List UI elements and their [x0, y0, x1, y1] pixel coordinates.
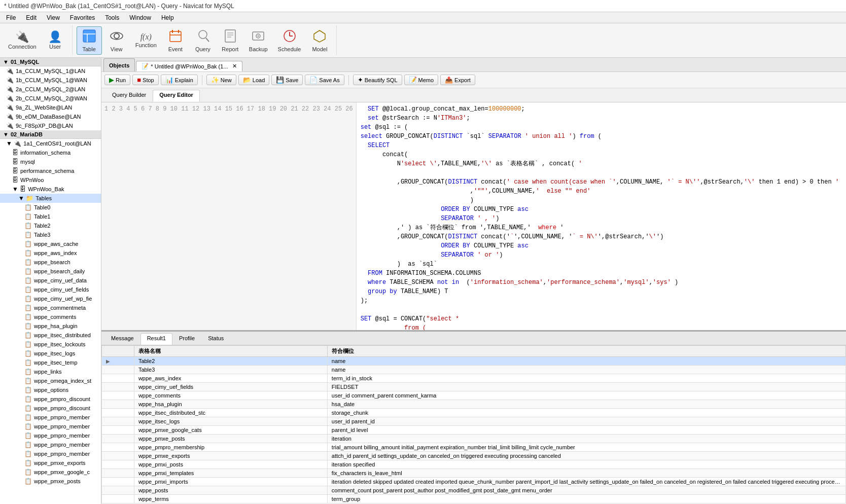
table-row[interactable]: ▶Table2name — [102, 357, 846, 366]
sidebar-item-table[interactable]: 📋wppe_options — [0, 385, 101, 394]
connection-btn[interactable]: 🔌 Connection — [4, 29, 41, 52]
menu-item-file[interactable]: File — [4, 13, 18, 22]
sidebar-item-table[interactable]: 📋wppe_omega_index_st — [0, 376, 101, 385]
sidebar-item-table[interactable]: 📋wppe_bsearch_daily — [0, 267, 101, 276]
query-tab-close[interactable]: ✕ — [232, 63, 237, 69]
backup-btn[interactable]: Backup — [245, 27, 272, 54]
sidebar-item-table[interactable]: 📋wppe_itsec_logs — [0, 349, 101, 358]
code-content[interactable]: SET @@local.group_concat_max_len=1000000… — [357, 102, 846, 330]
save-button[interactable]: 💾 Save — [271, 75, 303, 85]
sidebar-item-table[interactable]: 📋wppe_itsec_distributed — [0, 331, 101, 340]
table-row[interactable]: wppe_commentsuser_id comment_parent comm… — [102, 391, 846, 400]
sidebar-item-mysql[interactable]: 🗄 mysql — [0, 157, 101, 166]
view-btn[interactable]: View — [104, 27, 129, 54]
sidebar-item-table[interactable]: 📋wppe_comments — [0, 312, 101, 321]
table-row[interactable]: wppe_postscomment_count post_parent post… — [102, 486, 846, 495]
beautify-button[interactable]: ✦ Beautify SQL — [353, 75, 402, 85]
function-btn[interactable]: f(x) Function — [131, 31, 161, 50]
schedule-btn[interactable]: Schedule — [274, 27, 305, 54]
table-row[interactable]: Table3name — [102, 366, 846, 374]
table-row[interactable]: wppe_itsec_distributed_stcstorage_chunk — [102, 409, 846, 417]
table-row[interactable]: wppe_pmxe_postsiteration — [102, 435, 846, 443]
sidebar-item-table[interactable]: 📋wppe_pmpro_member — [0, 431, 101, 440]
sidebar-item-wpnwoo[interactable]: 🗄 WPnWoo — [0, 175, 101, 185]
model-btn[interactable]: Model — [307, 27, 332, 54]
sidebar-item-wpnwoobak[interactable]: ▼ 🗄 WPnWoo_Bak — [0, 185, 101, 194]
sidebar-item-table[interactable]: 📋wppe_aws_index — [0, 248, 101, 258]
menu-item-tools[interactable]: Tools — [103, 13, 121, 22]
table-row[interactable]: wppe_pmpro_membershiptrial_amount billin… — [102, 443, 846, 452]
event-btn[interactable]: Event — [163, 27, 188, 54]
sidebar-item-9a[interactable]: 🔌 9a_ZL_WebSite@LAN — [0, 103, 101, 112]
user-btn[interactable]: 👤 User — [43, 29, 68, 52]
result-tab-result1[interactable]: Result1 — [140, 333, 172, 345]
editor-area[interactable]: 1 2 3 4 5 6 7 8 9 10 11 12 13 14 15 16 1… — [101, 102, 846, 332]
subtab-query-builder[interactable]: Query Builder — [105, 90, 153, 102]
table-row[interactable]: wppe_itsec_logsuser_id parent_id — [102, 417, 846, 426]
sidebar-item-table[interactable]: 📋wppe_hsa_plugin — [0, 321, 101, 331]
sidebar-item-1a[interactable]: 🔌 1a_CCLM_MySQL_1@LAN — [0, 66, 101, 76]
result-table-container[interactable]: 表格名稱 符合欄位 ▶Table2nameTable3namewppe_aws_… — [101, 345, 846, 504]
sidebar-item-info[interactable]: 🗄 information_schema — [0, 148, 101, 157]
table-btn[interactable]: Table — [77, 26, 102, 55]
sidebar-item-table[interactable]: 📋wppe_pmpro_member — [0, 440, 101, 449]
sidebar-item-tables[interactable]: ▼ 📁 Tables — [0, 194, 101, 203]
sidebar-item-table[interactable]: 📋wppe_pmpro_member — [0, 422, 101, 431]
sidebar-item-2a[interactable]: 🔌 2a_CCLM_MySQL_2@LAN — [0, 85, 101, 94]
table-row[interactable]: wppe_aws_indexterm_id in_stock — [102, 374, 846, 383]
objects-tab[interactable]: Objects — [103, 58, 135, 71]
table-row[interactable]: wppe_hsa_pluginhsa_date — [102, 400, 846, 409]
sidebar-item-table[interactable]: 📋Table0 — [0, 203, 101, 212]
sidebar-header-mysql[interactable]: ▼ 01_MySQL — [0, 58, 101, 66]
menu-item-edit[interactable]: Edit — [24, 13, 39, 22]
sidebar-item-9c[interactable]: 🔌 9c_F8SpXP_DB@LAN — [0, 121, 101, 130]
load-button[interactable]: 📂 Load — [238, 75, 269, 85]
run-button[interactable]: ▶ Run — [104, 75, 130, 85]
result-tab-message[interactable]: Message — [104, 333, 140, 345]
sidebar-item-9b[interactable]: 🔌 9b_eDM_DataBase@LAN — [0, 112, 101, 121]
sidebar-item-table[interactable]: 📋wppe_pmpro_member — [0, 413, 101, 422]
table-row[interactable]: wppe_pmxi_importsiteration deleted skipp… — [102, 478, 846, 486]
query-tab[interactable]: 📝 * Untitled @WPnWoo_Bak (1... ✕ — [136, 61, 242, 71]
sidebar-item-1b[interactable]: 🔌 1b_CCLM_MySQL_1@WAN — [0, 76, 101, 85]
result-tab-profile[interactable]: Profile — [172, 333, 201, 345]
stop-button[interactable]: ■ Stop — [132, 75, 159, 85]
table-row[interactable]: wppe_pmxi_postsiteration specified — [102, 460, 846, 469]
table-row[interactable]: wppe_termsterm_group — [102, 495, 846, 503]
new-button[interactable]: ✨ New — [206, 75, 236, 85]
explain-button[interactable]: 📊 Explain — [161, 75, 198, 85]
sidebar-item-table[interactable]: 📋wppe_cimy_uef_fields — [0, 285, 101, 294]
sidebar-item-table[interactable]: 📋wppe_pmpro_member — [0, 449, 101, 458]
save-as-button[interactable]: 📄 Save As — [305, 75, 344, 85]
sidebar-item-table[interactable]: 📋wppe_aws_cache — [0, 239, 101, 248]
sidebar-item-table[interactable]: 📋Table2 — [0, 221, 101, 230]
sidebar-item-table[interactable]: 📋wppe_cimy_uef_wp_fie — [0, 294, 101, 303]
memo-button[interactable]: 📝 Memo — [404, 75, 439, 85]
result-tab-status[interactable]: Status — [201, 333, 230, 345]
table-row[interactable]: wppe_pmxe_google_catsparent_id level — [102, 426, 846, 435]
sidebar-item-2b[interactable]: 🔌 2b_CCLM_MySQL_2@WAN — [0, 94, 101, 103]
sidebar-item-perf[interactable]: 🗄 performance_schema — [0, 166, 101, 175]
sidebar-item-table[interactable]: 📋Table1 — [0, 212, 101, 221]
report-btn[interactable]: Report — [218, 27, 243, 54]
table-row[interactable]: wppe_pmxi_templatesfix_characters is_lea… — [102, 469, 846, 478]
sidebar-item-table[interactable]: 📋wppe_itsec_lockouts — [0, 340, 101, 349]
sidebar-item-table[interactable]: 📋wppe_pmxe_posts — [0, 477, 101, 486]
menu-item-view[interactable]: View — [45, 13, 62, 22]
export-button[interactable]: 📤 Export — [440, 75, 475, 85]
sidebar-item-table[interactable]: 📋wppe_pmxe_google_c — [0, 467, 101, 477]
sidebar-item-table[interactable]: 📋wppe_pmpro_discount — [0, 394, 101, 404]
menu-item-favorites[interactable]: Favorites — [68, 13, 97, 22]
subtab-query-editor[interactable]: Query Editor — [153, 90, 200, 102]
menu-item-help[interactable]: Help — [159, 13, 176, 22]
sidebar-header-mariadb[interactable]: ▼ 02_MariaDB — [0, 130, 101, 139]
sidebar-item-table[interactable]: 📋wppe_links — [0, 367, 101, 376]
table-row[interactable]: wppe_pmxe_exportsattch_id parent_id sett… — [102, 452, 846, 460]
sidebar-item-1a1[interactable]: ▼ 🔌 1a1_CentOS#1_root@LAN — [0, 139, 101, 148]
sidebar-item-table[interactable]: 📋wppe_pmpro_discount — [0, 404, 101, 413]
sidebar-item-table[interactable]: 📋Table3 — [0, 230, 101, 239]
sidebar-item-table[interactable]: 📋wppe_itsec_temp — [0, 358, 101, 367]
sidebar-item-table[interactable]: 📋wppe_pmxe_exports — [0, 458, 101, 467]
sidebar-item-table[interactable]: 📋wppe_cimy_uef_data — [0, 276, 101, 285]
table-row[interactable]: wppe_cimy_uef_fieldsFIELDSET — [102, 383, 846, 391]
